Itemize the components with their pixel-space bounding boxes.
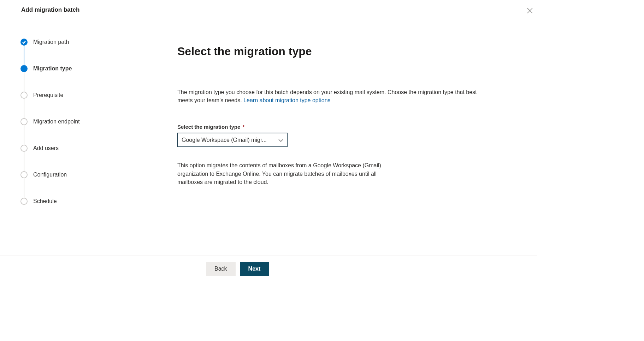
field-label-text: Select the migration type <box>177 124 240 130</box>
step-marker-upcoming <box>20 145 28 152</box>
step-marker-current <box>20 65 28 72</box>
wizard-main: Select the migration type The migration … <box>156 20 537 255</box>
migration-type-label: Select the migration type * <box>177 124 516 130</box>
option-description: This option migrates the contents of mai… <box>177 161 389 186</box>
step-label: Add users <box>33 145 59 151</box>
step-label: Schedule <box>33 198 57 204</box>
step-label: Migration endpoint <box>33 119 80 125</box>
step-marker-completed <box>20 39 28 46</box>
step-migration-type[interactable]: Migration type <box>20 65 156 72</box>
step-connector <box>24 46 24 65</box>
checkmark-icon <box>22 40 26 44</box>
step-label: Prerequisite <box>33 92 63 98</box>
step-schedule[interactable]: Schedule <box>20 198 156 205</box>
step-add-users[interactable]: Add users <box>20 145 156 152</box>
step-configuration[interactable]: Configuration <box>20 171 156 178</box>
step-connector <box>24 152 24 171</box>
step-migration-path[interactable]: Migration path <box>20 39 156 46</box>
back-button[interactable]: Back <box>206 262 236 276</box>
wizard-sidebar: Migration path Migration type Prerequisi… <box>0 20 156 255</box>
required-asterisk: * <box>243 124 245 130</box>
close-button[interactable] <box>526 6 534 15</box>
learn-more-link[interactable]: Learn about migration type options <box>243 97 330 103</box>
next-button[interactable]: Next <box>240 262 269 276</box>
step-connector <box>24 72 24 92</box>
wizard-header: Add migration batch <box>0 0 537 20</box>
wizard-title: Add migration batch <box>21 6 79 13</box>
step-label: Migration path <box>33 39 69 45</box>
step-prerequisite[interactable]: Prerequisite <box>20 92 156 99</box>
page-title: Select the migration type <box>177 45 516 58</box>
wizard-footer: Back Next <box>0 255 537 282</box>
step-marker-upcoming <box>20 118 28 125</box>
step-migration-endpoint[interactable]: Migration endpoint <box>20 118 156 125</box>
step-marker-upcoming <box>20 198 28 205</box>
step-connector <box>24 178 24 198</box>
step-connector <box>24 99 24 118</box>
migration-type-select[interactable]: Google Workspace (Gmail) migr... <box>177 133 288 147</box>
step-label: Migration type <box>33 65 72 72</box>
page-description: The migration type you choose for this b… <box>177 88 485 104</box>
step-label: Configuration <box>33 172 67 178</box>
step-connector <box>24 125 24 145</box>
close-icon <box>527 8 533 13</box>
step-marker-upcoming <box>20 92 28 99</box>
step-marker-upcoming <box>20 171 28 178</box>
stepper: Migration path Migration type Prerequisi… <box>20 39 156 205</box>
